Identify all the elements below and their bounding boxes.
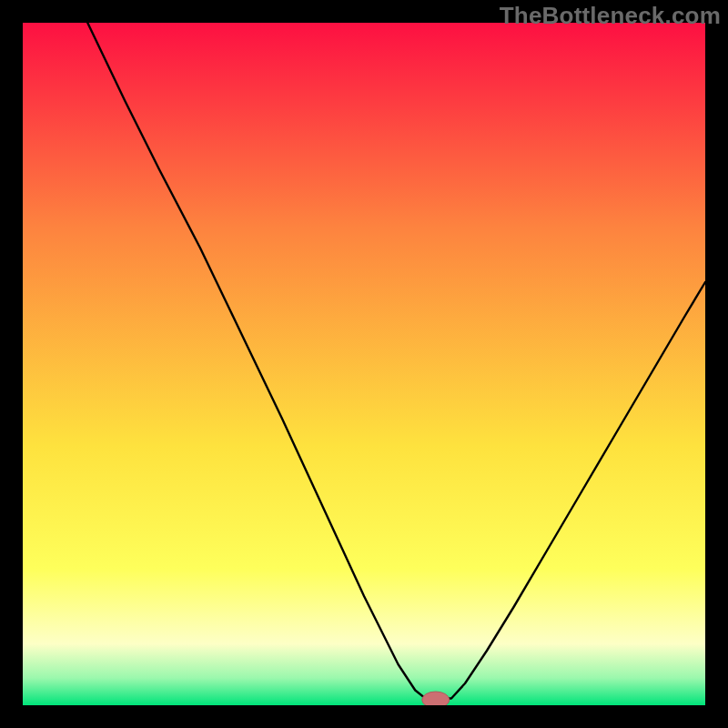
watermark-label: TheBottleneck.com (500, 2, 721, 30)
chart-root: TheBottleneck.com (0, 0, 728, 728)
optimal-marker (422, 692, 450, 705)
plot-area (23, 23, 705, 705)
chart-svg (23, 23, 705, 705)
gradient-background (23, 23, 705, 705)
